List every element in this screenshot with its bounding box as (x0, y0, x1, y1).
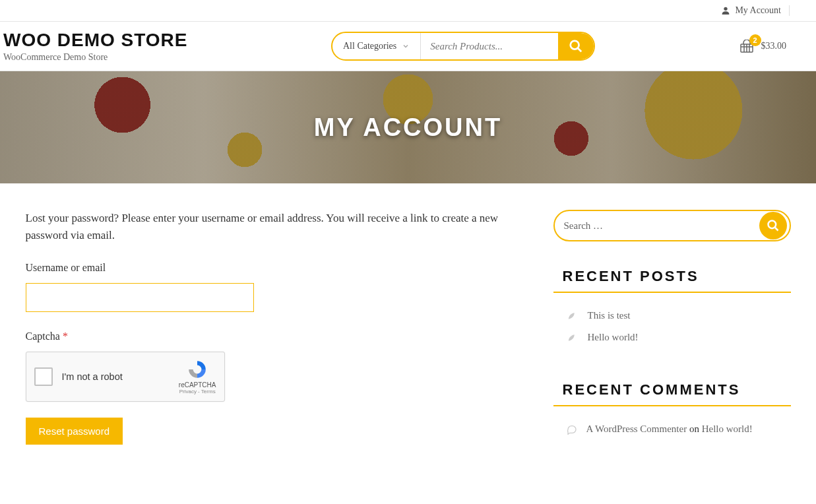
recaptcha-text: I'm not a robot (62, 371, 179, 382)
svg-point-0 (724, 7, 728, 11)
product-search: All Categories (331, 32, 595, 61)
recaptcha-brand: reCAPTCHA (179, 381, 216, 389)
site-header: WOO DEMO STORE WooCommerce Demo Store Al… (0, 22, 816, 71)
brand: WOO DEMO STORE WooCommerce Demo Store (3, 30, 188, 63)
reset-password-button[interactable]: Reset password (26, 418, 123, 445)
search-icon (767, 219, 780, 232)
page-content: Lost your password? Please enter your us… (13, 183, 804, 471)
svg-point-1 (571, 41, 579, 49)
cart-count-badge: 2 (749, 34, 761, 46)
user-icon (720, 5, 731, 16)
my-account-label: My Account (735, 5, 781, 16)
recaptcha-branding: reCAPTCHA Privacy - Terms (179, 359, 216, 394)
recent-comments-list: A WordPress Commenter on Hello world! (553, 418, 791, 440)
svg-line-2 (578, 48, 582, 52)
search-button[interactable] (558, 33, 594, 59)
required-mark: * (63, 331, 68, 342)
search-category-label: All Categories (343, 41, 396, 51)
comment-on-text: on (687, 424, 702, 434)
recaptcha-checkbox[interactable] (34, 367, 53, 386)
my-account-link[interactable]: My Account (720, 5, 790, 16)
recent-posts-heading: RECENT POSTS (553, 268, 791, 293)
search-icon (569, 39, 583, 53)
username-label: Username or email (26, 262, 527, 274)
comment-post-link[interactable]: Hello world! (702, 424, 753, 434)
recaptcha-legal[interactable]: Privacy - Terms (179, 389, 216, 394)
search-category-select[interactable]: All Categories (332, 33, 421, 59)
list-item: This is test (553, 305, 791, 327)
list-item: Hello world! (553, 327, 791, 348)
site-tagline: WooCommerce Demo Store (3, 52, 188, 63)
sidebar: RECENT POSTS This is test Hello world! R… (553, 210, 791, 445)
comment-icon (567, 424, 577, 435)
recent-posts-list: This is test Hello world! (553, 305, 791, 348)
sidebar-search-button[interactable] (759, 212, 787, 239)
comment-author-link[interactable]: A WordPress Commenter (586, 424, 687, 434)
page-hero: MY ACCOUNT (0, 71, 816, 183)
search-input[interactable] (421, 41, 558, 52)
leaf-icon (567, 311, 576, 321)
chevron-down-icon (402, 42, 410, 50)
recaptcha-widget: I'm not a robot reCAPTCHA Privacy - Term… (26, 352, 225, 402)
cart-total: $33.00 (761, 41, 787, 51)
leaf-icon (567, 333, 576, 342)
recaptcha-icon (187, 359, 208, 380)
sidebar-search (553, 210, 791, 241)
site-title[interactable]: WOO DEMO STORE (3, 30, 188, 51)
post-link[interactable]: This is test (588, 310, 631, 321)
cart-icon-wrap: 2 (739, 40, 755, 53)
post-link[interactable]: Hello world! (588, 332, 639, 343)
recent-comments-heading: RECENT COMMENTS (553, 381, 791, 406)
page-title: MY ACCOUNT (314, 113, 502, 142)
captcha-label: Captcha * (26, 331, 527, 342)
cart-summary[interactable]: 2 $33.00 (739, 40, 813, 53)
main-column: Lost your password? Please enter your us… (26, 210, 527, 445)
sidebar-search-input[interactable] (564, 220, 759, 232)
list-item: A WordPress Commenter on Hello world! (553, 418, 791, 440)
top-bar: My Account (0, 0, 816, 22)
svg-line-9 (774, 228, 778, 231)
lost-password-intro: Lost your password? Please enter your us… (26, 210, 527, 243)
svg-point-8 (768, 221, 776, 229)
username-input[interactable] (26, 283, 254, 312)
